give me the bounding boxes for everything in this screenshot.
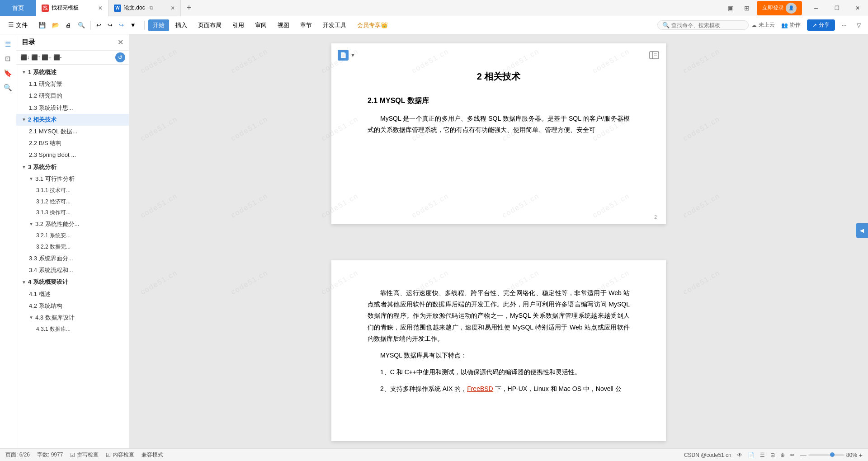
zoom-in-btn[interactable]: + [859,452,863,459]
toc-item-4-1[interactable]: 4.1 概述 [16,288,129,300]
toc-item-1-3[interactable]: 1.3 系统设计思... [16,102,129,114]
toc-item-4-3-1[interactable]: 4.3.1 数据库... [16,324,129,335]
freebsd-text: FreeBSD [467,385,493,392]
page2-para-1: 靠性高、运行速度快、多线程、跨平台性、完全网络化、稳定性等，非常适用于 Web … [368,287,630,344]
menu-insert[interactable]: 插入 [171,19,192,31]
bookmark-icon-btn[interactable]: 🔖 [2,67,14,80]
toc-label-4-3-1: 4.3.1 数据库... [36,325,71,333]
redo2-btn[interactable]: ↪ [116,20,127,30]
page-info: 页面: 6/26 [5,451,30,459]
expand-all-btn[interactable]: ⬛↓ [20,52,30,62]
toc-arrow-3-1: ▼ [29,176,33,182]
toc-item-3-2[interactable]: ▼ 3.2 系统性能分... [16,218,129,230]
home-tab[interactable]: 首页 [0,0,36,16]
view-read-btn[interactable]: 👁 [737,452,742,458]
page-doc-icon[interactable]: 📄 [338,50,349,61]
toc-item-3-2-1[interactable]: 3.2.1 系统安... [16,230,129,241]
watermark-text: code51.cn [230,192,270,220]
toc-item-1-1[interactable]: 1.1 研究背景 [16,78,129,90]
share-button[interactable]: ↗ 分享 [807,19,835,31]
toc-item-4[interactable]: ▼ 4 系统概要设计 [16,276,129,288]
page-view-btn[interactable]: 📄 [748,452,755,458]
doc-tab[interactable]: W 论文.doc ⧉ ✕ [108,0,181,16]
more-menu-button[interactable]: ⋯ [838,20,850,30]
doc-tab-close[interactable]: ✕ [170,5,175,11]
toc-item-3-4[interactable]: 3.4 系统流程和... [16,264,129,276]
toc-item-3-2-2[interactable]: 3.2.2 数据完... [16,241,129,253]
layout-icon-btn[interactable]: ▣ [724,2,737,14]
menu-page-layout[interactable]: 页面布局 [193,19,226,31]
menu-file[interactable]: ☰ 文件 [4,19,32,31]
search-sidebar-btn[interactable]: 🔍 [2,81,14,94]
menu-start[interactable]: 开始 [148,19,169,31]
collapse-all-btn[interactable]: ⬛↑ [31,52,41,62]
thumbnail-icon-btn[interactable]: ⊡ [2,52,14,65]
login-button[interactable]: 立即登录 👤 [757,1,802,15]
zoom-out-btn[interactable]: — [800,452,807,459]
toc-item-3-1-2[interactable]: 3.1.2 经济可... [16,196,129,207]
remove-level-btn[interactable]: ⬛- [52,52,62,62]
page-sidebar-icon[interactable] [649,50,660,62]
toc-item-3-1-1[interactable]: 3.1.1 技术可... [16,185,129,196]
toc-arrow-4-3: ▼ [29,315,33,321]
web-view-btn[interactable]: ⊕ [780,452,785,458]
more-undo-btn[interactable]: ▼ [127,20,139,30]
watermark-text: code51.cn [139,47,179,75]
toc-item-4-2[interactable]: 4.2 系统结构 [16,300,129,312]
add-level-btn[interactable]: ⬛+ [42,52,52,62]
template-tab[interactable]: 找 找程亮模板 ✕ [36,0,108,16]
menu-view[interactable]: 视图 [273,19,294,31]
document-area[interactable]: code51.cn code51.cn code51.cn code51.cn … [129,34,868,461]
preview-icon-btn[interactable]: 🔍 [75,20,88,30]
toc-item-2-2[interactable]: 2.2 B/S 结构 [16,137,129,149]
toc-item-1-2[interactable]: 1.2 研究目的 [16,90,129,102]
toc-label-3: 3 系统分析 [28,163,57,171]
new-tab-button[interactable]: + [181,0,197,16]
toc-item-2-3[interactable]: 2.3 Spring Boot ... [16,149,129,161]
toc-item-4-3[interactable]: ▼ 4.3 数据库设计 [16,312,129,324]
toc-label-1: 1 系统概述 [28,68,57,76]
toc-item-3[interactable]: ▼ 3 系统分析 [16,161,129,173]
minimize-button[interactable]: ─ [806,0,826,16]
toc-item-3-1-3[interactable]: 3.1.3 操作可... [16,207,129,218]
outline-view-btn[interactable]: ☰ [760,452,765,458]
print-icon-btn[interactable]: 🖨 [63,20,74,30]
content-check-btn[interactable]: ☑ 内容检查 [106,451,134,459]
toc-item-2-1[interactable]: 2.1 MYSQL 数据... [16,126,129,137]
restore-icon[interactable]: ⧉ [150,5,153,11]
toc-icon-btn[interactable]: ☰ [2,38,14,51]
close-button[interactable]: ✕ [847,0,868,16]
undo-btn[interactable]: ↩ [94,20,104,30]
menu-member[interactable]: 会员专享👑 [353,19,392,31]
restore-button[interactable]: ❐ [826,0,847,16]
sidebar-close-button[interactable]: ✕ [118,38,123,47]
toc-item-1[interactable]: ▼ 1 系统概述 [16,66,129,78]
page-doc-menu[interactable]: ▼ [350,52,355,58]
edit-mode-btn[interactable]: ✏ [790,452,795,458]
collab-button[interactable]: 👥 协作 [778,19,804,31]
template-tab-close[interactable]: ✕ [98,5,103,11]
menu-devtools[interactable]: 开发工具 [318,19,351,31]
open-icon-btn[interactable]: 📂 [49,20,62,30]
toc-item-2[interactable]: ▼ 2 相关技术 [16,114,129,126]
menu-chapter[interactable]: 章节 [296,19,316,31]
search-input[interactable] [671,22,744,28]
toc-item-3-1[interactable]: ▼ 3.1 可行性分析 [16,173,129,185]
cloud-status[interactable]: ☁ 未上云 [751,21,775,29]
search-box[interactable]: 🔍 [657,20,749,30]
menu-review[interactable]: 审阅 [250,19,271,31]
split-view-btn[interactable]: ⊟ [770,452,775,458]
menu-reference[interactable]: 引用 [228,19,249,31]
grid-icon-btn[interactable]: ⊞ [741,2,753,14]
spell-check-label: 拼写检查 [77,451,99,459]
expand-menu-button[interactable]: ▽ [853,20,864,30]
refresh-toc-btn[interactable]: ↺ [115,52,125,62]
section-2-1-title: 2.1 MYSQL 数据库 [368,96,630,106]
right-panel-toggle[interactable]: ◀ [856,223,868,238]
zoom-slider[interactable] [808,454,844,456]
redo-btn[interactable]: ↪ [105,20,115,30]
watermark-text: code51.cn [230,47,270,75]
spell-check-btn[interactable]: ☑ 拼写检查 [70,451,99,459]
save-icon-btn[interactable]: 💾 [36,20,48,30]
toc-item-3-3[interactable]: 3.3 系统界面分... [16,253,129,264]
